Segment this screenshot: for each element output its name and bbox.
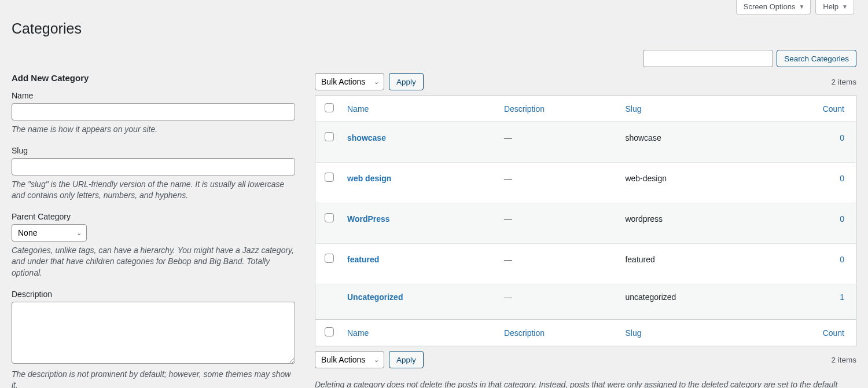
category-slug: featured	[625, 255, 654, 264]
column-footer-description[interactable]: Description	[504, 328, 545, 338]
category-name-link[interactable]: Uncategorized	[347, 292, 403, 302]
column-header-name[interactable]: Name	[347, 104, 369, 114]
column-header-count[interactable]: Count	[823, 104, 844, 114]
column-footer-name[interactable]: Name	[347, 328, 369, 338]
description-help: The description is not prominent by defa…	[12, 369, 295, 388]
parent-category-select[interactable]: None	[12, 224, 87, 241]
item-count-bottom: 2 items	[831, 356, 856, 364]
help-label: Help	[823, 2, 838, 11]
row-checkbox[interactable]	[325, 254, 334, 263]
table-row: featured—featured0	[315, 244, 856, 284]
categories-table: Name Description Slug Count showcase—sho…	[315, 95, 856, 346]
form-heading: Add New Category	[12, 73, 295, 83]
category-count-link[interactable]: 1	[840, 292, 844, 302]
select-all-top-checkbox[interactable]	[325, 103, 334, 112]
slug-help: The "slug" is the URL-friendly version o…	[12, 179, 295, 202]
category-description: —	[504, 292, 512, 302]
category-count-link[interactable]: 0	[840, 214, 844, 224]
table-row: web design—web-design0	[315, 163, 856, 203]
category-slug: web-design	[625, 174, 667, 183]
apply-bottom-button[interactable]: Apply	[389, 351, 424, 368]
screen-options-button[interactable]: Screen Options ▼	[736, 0, 811, 14]
search-input[interactable]	[643, 50, 773, 67]
row-checkbox[interactable]	[325, 173, 334, 182]
add-category-form: Add New Category Name The name is how it…	[12, 73, 295, 388]
category-count-link[interactable]: 0	[840, 174, 844, 183]
column-footer-slug[interactable]: Slug	[625, 328, 641, 338]
category-description: —	[504, 255, 512, 264]
category-description: —	[504, 214, 512, 224]
slug-label: Slug	[12, 146, 295, 155]
slug-input[interactable]	[12, 158, 295, 175]
category-count-link[interactable]: 0	[840, 255, 844, 264]
select-all-bottom-checkbox[interactable]	[325, 327, 334, 336]
description-input[interactable]	[12, 302, 295, 364]
delete-note: Deleting a category does not delete the …	[315, 379, 856, 388]
category-count-link[interactable]: 0	[840, 133, 844, 142]
page-title: Categories	[12, 20, 856, 37]
category-description: —	[504, 133, 512, 142]
description-label: Description	[12, 290, 295, 299]
category-name-link[interactable]: showcase	[347, 133, 386, 142]
category-name-link[interactable]: featured	[347, 255, 379, 264]
apply-top-button[interactable]: Apply	[389, 73, 424, 90]
bulk-actions-top-select[interactable]: Bulk Actions	[315, 73, 384, 90]
table-row: Uncategorized—uncategorized1	[315, 284, 856, 320]
name-label: Name	[12, 91, 295, 100]
category-slug: uncategorized	[625, 292, 676, 302]
row-checkbox[interactable]	[325, 213, 334, 222]
parent-help: Categories, unlike tags, can have a hier…	[12, 245, 295, 279]
parent-category-label: Parent Category	[12, 212, 295, 221]
category-name-link[interactable]: web design	[347, 174, 391, 183]
column-footer-count[interactable]: Count	[823, 328, 844, 338]
bulk-actions-bottom-select[interactable]: Bulk Actions	[315, 351, 384, 368]
row-checkbox[interactable]	[325, 132, 334, 141]
column-header-description[interactable]: Description	[504, 104, 545, 114]
screen-options-label: Screen Options	[744, 2, 796, 11]
chevron-down-icon: ▼	[799, 3, 804, 10]
category-slug: showcase	[625, 133, 661, 142]
category-name-link[interactable]: WordPress	[347, 214, 390, 224]
item-count-top: 2 items	[831, 78, 856, 86]
column-header-slug[interactable]: Slug	[625, 104, 641, 114]
table-row: showcase—showcase0	[315, 122, 856, 163]
category-slug: wordpress	[625, 214, 663, 224]
search-categories-button[interactable]: Search Categories	[777, 50, 856, 67]
table-row: WordPress—wordpress0	[315, 203, 856, 244]
chevron-down-icon: ▼	[842, 3, 848, 10]
category-description: —	[504, 174, 512, 183]
name-help: The name is how it appears on your site.	[12, 124, 295, 136]
help-button[interactable]: Help ▼	[815, 0, 854, 14]
name-input[interactable]	[12, 103, 295, 120]
